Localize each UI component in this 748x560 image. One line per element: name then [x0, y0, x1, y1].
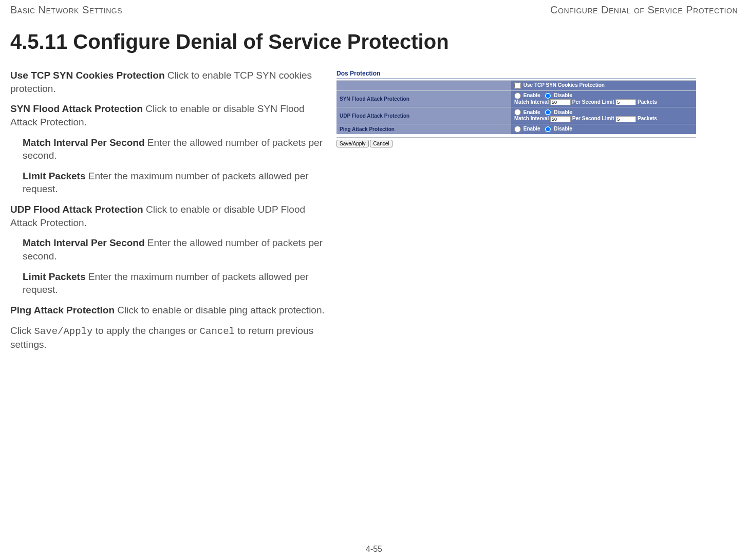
- syn-cookies-label: Use TCP SYN Cookies Protection: [523, 82, 605, 88]
- ping-row-content: Enable Disable: [511, 124, 696, 134]
- udp-limit-input[interactable]: [615, 116, 636, 122]
- save-apply-button[interactable]: Save/Apply: [336, 140, 369, 147]
- header-right: Configure Denial of Service Protection: [550, 4, 738, 16]
- ping-row-label: Ping Attack Protection: [336, 124, 511, 134]
- row-blank-label: [336, 81, 511, 91]
- syn-cookies-checkbox[interactable]: [514, 82, 521, 89]
- ping-disable-label: Disable: [554, 126, 572, 132]
- udp-disable-label: Disable: [554, 109, 572, 115]
- syn-match-interval-label: Match Interval: [514, 99, 549, 105]
- udp-match-interval-label: Match Interval: [514, 116, 549, 121]
- desc-limit-packets-label-2: Limit Packets: [23, 271, 86, 282]
- desc-limit-packets-label-1: Limit Packets: [23, 171, 86, 181]
- desc-match-interval-label-2: Match Interval Per Second: [23, 237, 145, 248]
- cancel-button[interactable]: Cancel: [370, 140, 392, 147]
- syn-limit-input[interactable]: [615, 99, 636, 105]
- udp-match-interval-input[interactable]: [550, 116, 571, 122]
- udp-packets-label: Packets: [638, 116, 657, 121]
- syn-packets-label: Packets: [638, 99, 657, 105]
- final-mid: to apply the changes or: [92, 325, 199, 336]
- final-pre: Click: [10, 325, 34, 336]
- desc-syn-cookies-label: Use TCP SYN Cookies Protection: [10, 70, 165, 81]
- screenshot-panel: Dos Protection Use TCP SYN Cookies Prote…: [336, 69, 696, 147]
- udp-disable-radio[interactable]: [545, 109, 551, 116]
- final-cancel: Cancel: [200, 326, 235, 337]
- syn-enable-radio[interactable]: [514, 92, 521, 99]
- desc-ping-text: Click to enable or disable ping attack p…: [115, 305, 325, 315]
- udp-per-second-label: Per Second Limit: [572, 116, 614, 121]
- syn-disable-label: Disable: [554, 92, 572, 98]
- udp-flood-row-label: UDP Flood Attack Protection: [336, 107, 511, 124]
- syn-match-interval-input[interactable]: [550, 99, 571, 105]
- syn-enable-label: Enable: [523, 92, 540, 98]
- syn-flood-row-label: SYN Flood Attack Protection: [336, 91, 511, 107]
- ping-enable-radio[interactable]: [514, 126, 521, 133]
- row-syn-cookies: Use TCP SYN Cookies Protection: [511, 81, 696, 91]
- syn-flood-row-content: Enable Disable Match Interval Per Second…: [511, 91, 696, 107]
- desc-match-interval-label-1: Match Interval Per Second: [23, 137, 145, 148]
- desc-udp-flood-label: UDP Flood Attack Protection: [10, 204, 143, 215]
- header-left: Basic Network Settings: [10, 4, 122, 16]
- ping-enable-label: Enable: [523, 126, 540, 132]
- desc-ping-label: Ping Attack Protection: [10, 305, 115, 315]
- udp-flood-row-content: Enable Disable Match Interval Per Second…: [511, 107, 696, 124]
- final-save: Save/Apply: [34, 326, 92, 337]
- udp-enable-radio[interactable]: [514, 109, 521, 116]
- syn-disable-radio[interactable]: [545, 92, 551, 99]
- ping-disable-radio[interactable]: [545, 126, 551, 133]
- panel-title: Dos Protection: [336, 69, 696, 78]
- dos-table: Use TCP SYN Cookies Protection SYN Flood…: [336, 80, 696, 134]
- page-number: 4-55: [366, 545, 382, 554]
- desc-syn-flood-label: SYN Flood Attack Protection: [10, 103, 143, 114]
- syn-per-second-label: Per Second Limit: [572, 99, 614, 105]
- description-column: Use TCP SYN Cookies Protection Click to …: [10, 69, 326, 359]
- page-title: 4.5.11 Configure Denial of Service Prote…: [10, 30, 738, 53]
- udp-enable-label: Enable: [523, 109, 540, 115]
